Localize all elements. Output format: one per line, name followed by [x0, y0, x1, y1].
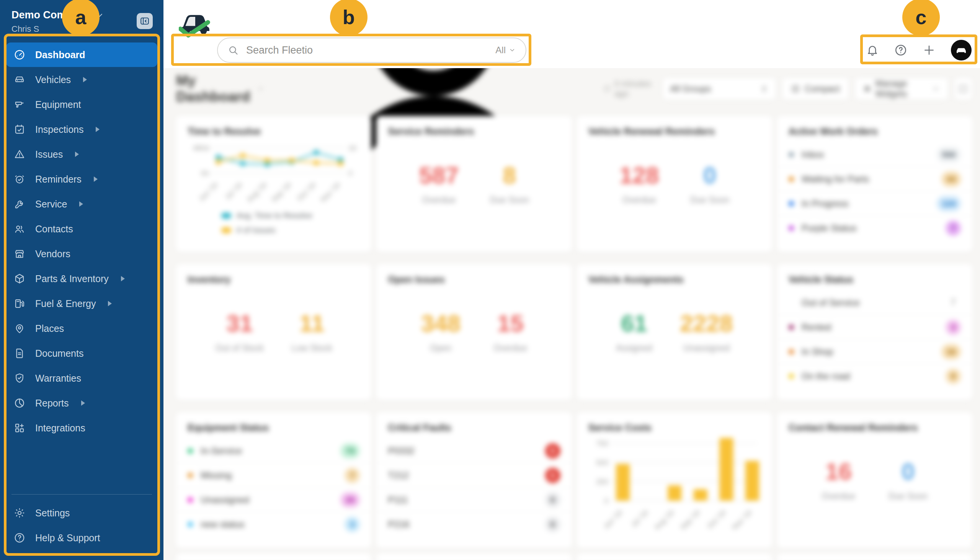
list-item-purple-status[interactable]: Purple Status7: [777, 216, 972, 240]
list-item-label: Missing: [201, 470, 232, 481]
status-dot: [188, 448, 193, 453]
list-item-t212[interactable]: T2125: [376, 463, 572, 488]
list-item-new-status[interactable]: new status3: [176, 512, 371, 537]
avatar[interactable]: [951, 40, 972, 60]
help-icon[interactable]: [894, 43, 907, 57]
stat-label: Due Soon: [888, 491, 928, 502]
sidebar-item-contacts[interactable]: Contacts: [6, 217, 157, 241]
sidebar-item-label: Contacts: [35, 223, 73, 235]
last-refreshed[interactable]: 0 minutes ago: [603, 79, 657, 99]
fuel-icon: [14, 298, 25, 309]
list-item-label: Out of Service: [802, 297, 860, 308]
chevron-down-icon: [932, 84, 939, 93]
status-dot: [188, 473, 193, 478]
fullscreen-icon: [958, 84, 968, 93]
sidebar-item-reminders[interactable]: Reminders: [6, 167, 157, 192]
stat-label: Out of Stock: [215, 343, 264, 353]
svg-text:750: 750: [596, 440, 608, 447]
list-item-p111[interactable]: P1110: [376, 488, 572, 512]
places-icon: [14, 323, 25, 334]
compact-toggle-button[interactable]: Compact: [782, 78, 849, 100]
sidebar-item-warranties[interactable]: Warranties: [6, 366, 157, 390]
sidebar-item-documents[interactable]: Documents: [6, 341, 157, 365]
sidebar-header: Demo Company Chris S: [0, 0, 163, 37]
list-item-label: Waiting for Parts: [802, 174, 869, 185]
sidebar-item-help-support[interactable]: Help & Support: [6, 525, 157, 550]
sidebar-item-parts-inventory[interactable]: Parts & Inventory: [6, 267, 157, 291]
settings-icon: [14, 507, 25, 519]
svg-text:Nov '24: Nov '24: [730, 508, 753, 531]
sidebar-item-label: Vehicles: [35, 74, 71, 85]
status-list: Inbox550Waiting for Parts44In Progress12…: [788, 142, 961, 240]
dashboard-title-dropdown[interactable]: My Dashboard: [176, 73, 264, 105]
list-item-waiting-for-parts[interactable]: Waiting for Parts44: [777, 167, 972, 192]
list-item-inbox[interactable]: Inbox550: [777, 142, 972, 167]
vehicles-icon: [14, 74, 25, 85]
sidebar-item-issues[interactable]: Issues: [6, 142, 157, 167]
company-name: Demo Company: [12, 9, 90, 21]
status-list: P03325T2125P1110P2160: [388, 439, 560, 537]
sidebar-divider: [12, 494, 152, 495]
stat-assigned: 61Assigned: [616, 310, 652, 353]
list-item-unassigned[interactable]: Unassigned26: [176, 488, 371, 512]
topbar: All: [163, 0, 980, 68]
service-icon: [14, 198, 25, 210]
groups-filter-select[interactable]: All Groups: [663, 78, 776, 100]
list-item-p0332[interactable]: P03325: [376, 439, 572, 463]
sidebar-item-vendors[interactable]: Vendors: [6, 242, 157, 266]
list-item-label: T212: [388, 470, 409, 481]
fullscreen-button[interactable]: [954, 78, 972, 100]
widget-title: Service Reminders: [388, 126, 560, 137]
status-dot: [788, 177, 794, 182]
list-item-label: Purple Status: [802, 223, 857, 233]
quick-add-icon[interactable]: [923, 43, 936, 57]
sidebar-item-equipment[interactable]: Equipment: [6, 92, 157, 117]
sidebar-item-inspections[interactable]: Inspections: [6, 117, 157, 142]
list-item-rented[interactable]: Rented3: [777, 315, 972, 340]
list-item-in-shop[interactable]: In Shop16: [777, 340, 972, 364]
sidebar-item-integrations[interactable]: Integrations: [6, 416, 157, 440]
status-dot: [188, 522, 193, 527]
sidebar-item-label: Vendors: [35, 248, 70, 260]
sidebar-item-places[interactable]: Places: [6, 316, 157, 341]
stat-unassigned: 2228Unassigned: [680, 310, 733, 353]
list-item-p216[interactable]: P2160: [376, 512, 572, 537]
status-dot: [188, 497, 193, 503]
notifications-bell-icon[interactable]: [866, 43, 879, 57]
compact-layout-icon: [791, 84, 800, 93]
sidebar-item-vehicles[interactable]: Vehicles: [6, 67, 157, 92]
stat-open: 348Open: [421, 310, 460, 353]
sidebar-item-dashboard[interactable]: Dashboard: [6, 42, 157, 67]
stat-overdue: 16Overdue: [822, 458, 855, 502]
manage-widgets-button[interactable]: Manage Widgets: [855, 78, 948, 100]
sidebar-item-reports[interactable]: Reports: [6, 391, 157, 415]
widget-contact-renewal-reminders: Contact Renewal Reminders16Overdue0Due S…: [777, 412, 972, 548]
sidebar-item-service[interactable]: Service: [6, 192, 157, 216]
sidebar-item-label: Issues: [35, 149, 63, 160]
company-switcher[interactable]: Demo Company: [12, 9, 153, 21]
warranties-icon: [14, 372, 25, 384]
chevron-right-icon: [75, 152, 79, 157]
list-item-missing[interactable]: Missing7: [176, 463, 371, 488]
status-list: Out of Service7Rented3In Shop16On the ro…: [788, 290, 961, 388]
stat-label: Due Soon: [490, 195, 529, 205]
list-item-in-service[interactable]: In-Service73: [176, 439, 371, 463]
list-item-out-of-service[interactable]: Out of Service7: [777, 290, 972, 315]
widget-time-to-resolve: Time to Resolve480d0h160Jun '24Jul '24Au…: [176, 116, 371, 252]
list-item-in-progress[interactable]: In Progress124: [777, 192, 972, 216]
sidebar-item-label: Settings: [35, 508, 70, 519]
count-badge: 124: [937, 196, 961, 211]
count-badge: 5: [545, 468, 560, 483]
widget-vehicle-status: Vehicle StatusOut of Service7Rented3In S…: [777, 264, 972, 400]
status-dot: [788, 325, 794, 330]
fleetio-app: Demo Company Chris S DashboardVehiclesEq…: [0, 0, 980, 560]
sidebar-item-settings[interactable]: Settings: [6, 501, 157, 525]
sidebar-collapse-button[interactable]: [137, 13, 153, 29]
sidebar-item-label: Documents: [35, 348, 83, 359]
partial-card: [176, 553, 371, 560]
search-input[interactable]: [245, 44, 495, 57]
search-scope-dropdown[interactable]: All: [495, 45, 516, 55]
list-item-on-the-road[interactable]: On the road8: [777, 364, 972, 388]
sidebar-item-fuel-energy[interactable]: Fuel & Energy: [6, 291, 157, 316]
parts-icon: [14, 273, 25, 284]
